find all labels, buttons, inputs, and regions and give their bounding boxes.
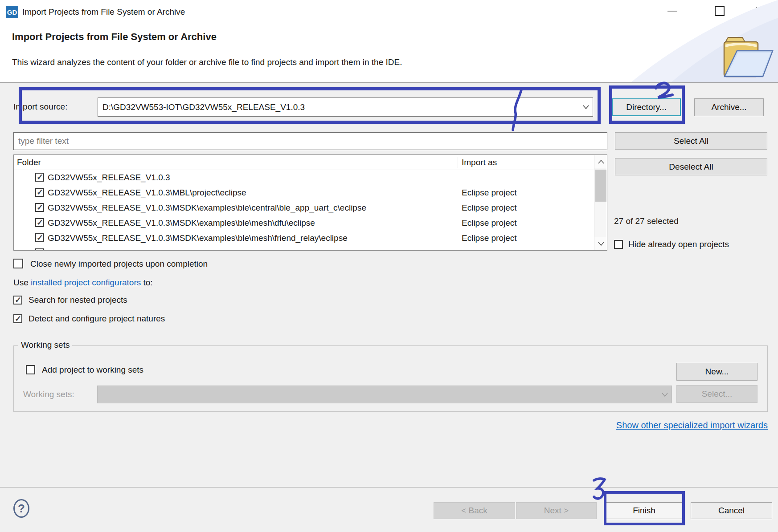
- table-row[interactable]: ✓ GD32VW55x_RELEASE_V1.0.3: [14, 170, 593, 185]
- row-import-as: Eclipse project: [462, 246, 517, 251]
- table-row-partial[interactable]: ✓ GD32VW55x_RELEASE_V1.0.3\MSDK\examples…: [14, 246, 593, 251]
- check-icon: ✓: [15, 314, 21, 324]
- row-import-as: Eclipse project: [462, 231, 517, 246]
- row-import-as: Eclipse project: [462, 185, 517, 200]
- combo-dropdown-button: [658, 393, 672, 397]
- hide-open-projects-label: Hide already open projects: [628, 240, 729, 249]
- scrollbar-thumb[interactable]: [595, 170, 606, 202]
- configurators-line: Use installed project configurators to:: [13, 277, 153, 288]
- project-natures-label: Detect and configure project natures: [29, 314, 165, 324]
- row-checkbox[interactable]: ✓: [35, 188, 44, 197]
- row-import-as: Eclipse project: [462, 200, 517, 215]
- table-row[interactable]: ✓ GD32VW55x_RELEASE_V1.0.3\MBL\project\e…: [14, 185, 593, 200]
- page-title: Import Projects from File System or Arch…: [12, 31, 217, 43]
- help-button[interactable]: ?: [13, 499, 29, 518]
- row-folder-path: GD32VW55x_RELEASE_V1.0.3\MSDK\examples\b…: [48, 215, 315, 231]
- select-all-button[interactable]: Select All: [615, 132, 767, 150]
- row-folder-path: GD32VW55x_RELEASE_V1.0.3\MSDK\examples\b…: [48, 200, 366, 215]
- selection-count-status: 27 of 27 selected: [614, 216, 679, 226]
- configurators-suffix: to:: [141, 278, 152, 287]
- import-source-combo[interactable]: D:\GD32VW553-IOT\GD32VW55x_RELEASE_V1.0.…: [98, 97, 593, 117]
- row-folder-path: GD32VW55x_RELEASE_V1.0.3\MBL\project\ecl…: [48, 185, 246, 200]
- question-mark-icon: ?: [18, 502, 25, 516]
- check-icon: ✓: [37, 187, 43, 197]
- import-projects-dialog: GD Import Projects from File System or A…: [0, 0, 778, 532]
- working-sets-combo-disabled: [97, 386, 672, 403]
- import-source-label: Import source:: [13, 102, 67, 112]
- import-source-value: D:\GD32VW553-IOT\GD32VW55x_RELEASE_V1.0.…: [98, 102, 579, 112]
- check-icon: ✓: [37, 218, 43, 227]
- row-checkbox[interactable]: ✓: [35, 218, 44, 227]
- row-checkbox[interactable]: ✓: [35, 233, 44, 242]
- projects-table: Folder Import as ✓ GD32VW55x_RELEASE_V1.…: [13, 154, 607, 251]
- back-button: < Back: [434, 502, 515, 519]
- app-icon: GD: [6, 6, 18, 18]
- row-checkbox[interactable]: ✓: [35, 248, 44, 251]
- page-description: This wizard analyzes the content of your…: [12, 57, 402, 67]
- add-to-working-sets-checkbox[interactable]: [26, 365, 35, 374]
- check-icon: ✓: [37, 172, 43, 182]
- installed-configurators-link[interactable]: installed project configurators: [31, 278, 141, 287]
- row-checkbox[interactable]: ✓: [35, 203, 44, 212]
- new-working-set-button[interactable]: New...: [676, 363, 758, 381]
- chevron-up-icon: [598, 160, 604, 164]
- hide-open-projects-checkbox[interactable]: [614, 240, 623, 249]
- check-icon: ✓: [37, 248, 43, 251]
- scroll-down-button[interactable]: [594, 237, 607, 250]
- table-row[interactable]: ✓ GD32VW55x_RELEASE_V1.0.3\MSDK\examples…: [14, 200, 593, 215]
- other-import-wizards-link[interactable]: Show other specialized import wizards: [616, 420, 768, 430]
- check-icon: ✓: [37, 233, 43, 243]
- dialog-body-background: [0, 83, 778, 532]
- add-to-working-sets-label: Add project to working sets: [42, 365, 143, 375]
- combo-dropdown-button[interactable]: [579, 105, 593, 109]
- row-import-as: Eclipse project: [462, 215, 517, 231]
- check-icon: ✓: [37, 203, 43, 212]
- deselect-all-button[interactable]: Deselect All: [615, 158, 767, 175]
- chevron-down-icon: [583, 105, 589, 109]
- table-row[interactable]: ✓ GD32VW55x_RELEASE_V1.0.3\MSDK\examples…: [14, 231, 593, 246]
- nested-projects-label: Search for nested projects: [29, 295, 127, 305]
- next-button: Next >: [516, 502, 597, 519]
- import-folder-icon: [722, 34, 775, 78]
- chevron-down-icon: [598, 242, 604, 246]
- footer-separator: [0, 487, 778, 487]
- row-folder-path: GD32VW55x_RELEASE_V1.0.3\MSDK\examples\b…: [48, 246, 274, 251]
- project-natures-checkbox[interactable]: ✓: [13, 314, 22, 323]
- header-separator: [0, 82, 778, 83]
- archive-button[interactable]: Archive...: [694, 98, 764, 116]
- cancel-button[interactable]: Cancel: [691, 502, 772, 519]
- close-imported-label: Close newly imported projects upon compl…: [30, 259, 208, 269]
- working-sets-field-label: Working sets:: [23, 390, 74, 399]
- scroll-up-button[interactable]: [594, 155, 607, 168]
- directory-button[interactable]: Directory...: [612, 98, 681, 116]
- configurators-prefix: Use: [13, 278, 31, 287]
- nested-projects-checkbox[interactable]: ✓: [13, 296, 22, 305]
- filter-input[interactable]: [13, 132, 607, 150]
- row-folder-path: GD32VW55x_RELEASE_V1.0.3: [48, 170, 170, 185]
- row-folder-path: GD32VW55x_RELEASE_V1.0.3\MSDK\examples\b…: [48, 231, 348, 246]
- select-working-set-button: Select...: [676, 385, 758, 403]
- check-icon: ✓: [15, 295, 21, 305]
- column-separator: [458, 157, 458, 168]
- row-checkbox[interactable]: ✓: [35, 173, 44, 182]
- column-header-folder[interactable]: Folder: [17, 155, 41, 170]
- table-row[interactable]: ✓ GD32VW55x_RELEASE_V1.0.3\MSDK\examples…: [14, 215, 593, 231]
- column-header-import-as[interactable]: Import as: [462, 155, 497, 170]
- vertical-scrollbar[interactable]: [594, 155, 607, 250]
- close-imported-checkbox[interactable]: [13, 259, 23, 268]
- window-title: Import Projects from File System or Arch…: [22, 6, 185, 18]
- finish-button[interactable]: Finish: [605, 502, 683, 519]
- chevron-down-icon: [662, 393, 668, 397]
- working-sets-group-label: Working sets: [18, 340, 72, 350]
